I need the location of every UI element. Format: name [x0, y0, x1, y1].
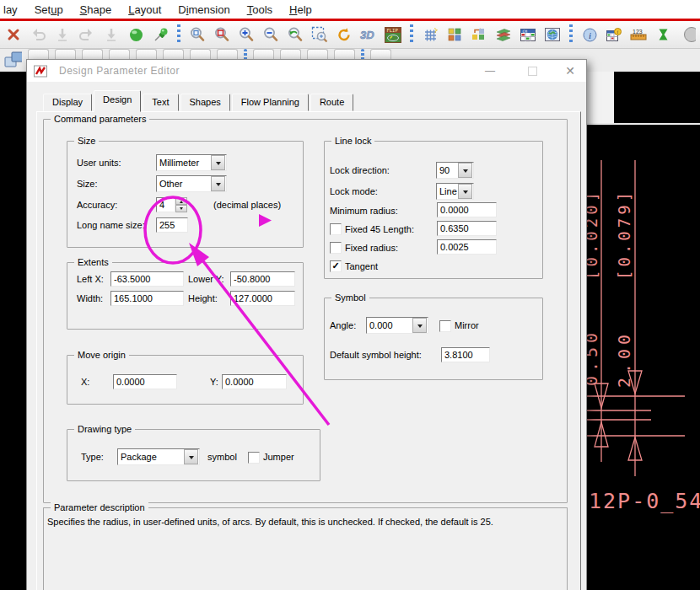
export-down-icon[interactable]	[53, 24, 72, 45]
zoom-previous-icon[interactable]	[286, 24, 304, 45]
lower-y-label: Lower Y:	[188, 271, 224, 287]
fixed-radius-input[interactable]	[437, 239, 497, 255]
chevron-down-icon[interactable]	[458, 184, 472, 199]
spin-down-icon[interactable]	[175, 205, 187, 212]
dim-text-tolerance-left: [0.020]	[585, 189, 600, 280]
tab-route[interactable]: Route	[310, 94, 353, 111]
3d-view-icon[interactable]: 3D	[359, 24, 378, 45]
menu-item-shape[interactable]: Shape	[72, 3, 121, 16]
fixed-45-length-label: Fixed 45 Length:	[345, 221, 414, 238]
zoom-in-icon[interactable]	[237, 24, 256, 45]
menu-item-tools[interactable]: Tools	[239, 3, 281, 16]
size-value: Other	[157, 179, 210, 189]
chevron-down-icon[interactable]	[184, 449, 198, 464]
toolbar-separator	[569, 24, 573, 45]
user-units-value: Millimeter	[157, 158, 210, 168]
move-origin-y-input[interactable]	[222, 374, 287, 389]
lock-direction-label: Lock direction:	[330, 162, 390, 179]
jumper-checkbox[interactable]	[248, 452, 260, 464]
default-symbol-height-input[interactable]	[441, 347, 490, 362]
zoom-selection-icon[interactable]	[310, 24, 329, 45]
cancel-icon[interactable]	[4, 24, 23, 45]
chevron-down-icon[interactable]	[211, 176, 225, 191]
close-button[interactable]: ✕	[560, 64, 580, 78]
lower-y-input[interactable]	[230, 271, 295, 287]
angle-select[interactable]: 0.000	[366, 317, 428, 334]
spin-up-icon[interactable]	[175, 197, 187, 205]
tab-shapes[interactable]: Shapes	[180, 94, 230, 111]
user-units-select[interactable]: Millimeter	[156, 154, 227, 171]
chevron-down-icon[interactable]	[458, 163, 472, 178]
element-properties-icon[interactable]: i	[605, 24, 623, 45]
color-dialog-icon[interactable]	[445, 24, 464, 45]
toolbar-main: 3DFLIPCMii123	[0, 21, 700, 49]
menu-bar: laySetupShapeLayoutDimensionToolsHelp	[0, 0, 700, 19]
pushpin-icon[interactable]	[151, 24, 170, 45]
accuracy-input[interactable]	[156, 197, 175, 212]
tab-flow-planning[interactable]: Flow Planning	[232, 94, 309, 111]
info-icon[interactable]: i	[580, 24, 599, 45]
left-x-input[interactable]	[110, 271, 184, 287]
toolbar-separator	[177, 24, 180, 45]
import-down-icon[interactable]	[102, 24, 121, 45]
size-select[interactable]: Other	[156, 175, 227, 192]
maximize-button[interactable]	[522, 64, 542, 78]
tangent-checkbox[interactable]	[330, 260, 342, 272]
tab-design[interactable]: Design	[94, 90, 141, 112]
grid-toggle-icon[interactable]	[421, 24, 439, 45]
flip-design-icon[interactable]: FLIP	[384, 24, 402, 45]
redraw-view-icon[interactable]	[335, 24, 353, 45]
lock-direction-select[interactable]: 90	[436, 162, 474, 179]
height-input[interactable]	[230, 291, 295, 306]
minimize-button[interactable]: —	[480, 64, 500, 78]
undo-icon[interactable]	[29, 24, 47, 45]
chevron-down-icon[interactable]	[211, 155, 225, 170]
long-name-size-input[interactable]	[156, 217, 188, 233]
status-ball-icon[interactable]	[127, 24, 145, 45]
accuracy-spinner[interactable]	[156, 197, 187, 212]
lock-mode-select[interactable]: Line	[436, 183, 474, 200]
menu-item-setup[interactable]: Setup	[26, 3, 72, 16]
menu-item-lay[interactable]: lay	[0, 3, 26, 16]
svg-text:CM: CM	[523, 29, 528, 33]
partial-edge-icon[interactable]	[678, 24, 697, 45]
dialog-titlebar[interactable]: Design Parameter Editor — ✕	[27, 60, 586, 82]
constraint-manager-icon[interactable]: CM	[519, 24, 537, 45]
lock-mode-label: Lock mode:	[330, 183, 378, 200]
menu-item-layout[interactable]: Layout	[120, 3, 170, 16]
zoom-points-icon[interactable]	[188, 24, 207, 45]
cross-section-icon[interactable]	[494, 24, 513, 45]
part-label: 12P-0_54	[589, 489, 700, 513]
window-layout-icon[interactable]	[3, 49, 22, 69]
zoom-out-icon[interactable]	[261, 24, 280, 45]
tab-display[interactable]: Display	[43, 94, 92, 111]
mirror-checkbox[interactable]	[439, 320, 451, 332]
dialog-title: Design Parameter Editor	[59, 65, 180, 77]
width-input[interactable]	[110, 291, 184, 306]
chevron-down-icon[interactable]	[412, 318, 427, 333]
world-view-icon[interactable]	[543, 24, 562, 45]
redo-icon[interactable]	[78, 24, 96, 45]
angle-label: Angle:	[330, 317, 356, 334]
dim-text-pitch: 0.50	[585, 329, 601, 386]
measure-icon[interactable]: 123	[629, 24, 648, 45]
lock-direction-value: 90	[437, 165, 457, 175]
decimal-places-note: (decimal places)	[213, 196, 281, 213]
spinner-buttons[interactable]	[175, 197, 187, 212]
tab-text[interactable]: Text	[143, 94, 178, 111]
drawing-type-select[interactable]: Package	[117, 448, 200, 465]
fixed-45-length-input[interactable]	[437, 221, 497, 236]
minimum-radius-input[interactable]	[437, 202, 497, 217]
menu-item-dimension[interactable]: Dimension	[170, 3, 238, 16]
tangent-label: Tangent	[345, 258, 378, 275]
menu-item-help[interactable]: Help	[281, 3, 320, 16]
move-origin-x-input[interactable]	[113, 374, 177, 389]
allegro-app-icon	[34, 65, 48, 78]
group-label: Command parameters	[51, 114, 149, 125]
zoom-fit-icon[interactable]	[213, 24, 231, 45]
angle-value: 0.000	[367, 320, 412, 330]
fixed-radius-checkbox[interactable]	[330, 242, 342, 254]
color-visibility-icon[interactable]	[470, 24, 488, 45]
waive-drc-icon[interactable]	[654, 24, 672, 45]
fixed-45-length-checkbox[interactable]	[330, 223, 342, 235]
